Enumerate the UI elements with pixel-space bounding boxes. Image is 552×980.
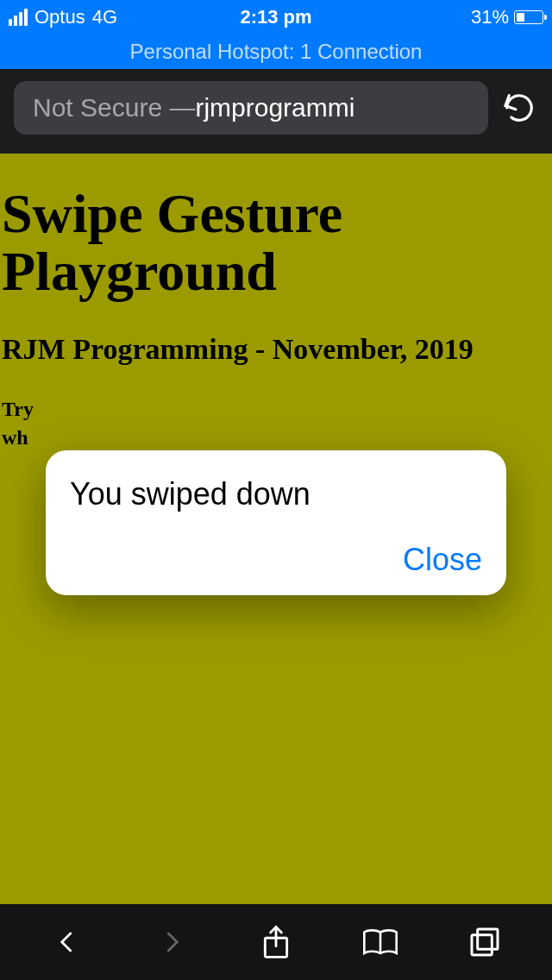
page-title: Swipe Gesture Playground [2,185,545,300]
tabs-button[interactable] [462,920,507,964]
signal-icon [9,9,28,26]
reload-icon [503,91,536,124]
alert-dialog: You swiped down Close [46,450,506,595]
url-host: rjmprogrammi [195,93,354,122]
network-label: 4G [92,6,117,28]
chevron-left-icon [54,923,80,961]
hotspot-banner[interactable]: Personal Hotspot: 1 Connection [0,35,552,69]
svg-rect-4 [472,935,492,955]
tabs-icon [467,925,502,959]
status-left: Optus 4G [9,6,117,28]
battery-percent: 31% [471,6,509,28]
chevron-right-icon [159,923,185,961]
safari-bottom-toolbar [0,904,552,980]
ios-status-bar: Optus 4G 2:13 pm 31% [0,0,552,35]
share-button[interactable] [254,920,298,964]
forward-button [149,920,194,964]
bookmarks-button[interactable] [358,920,403,964]
safari-address-bar-area: Not Secure — rjmprogrammi [0,69,552,154]
carrier-label: Optus [34,6,85,28]
share-icon [260,922,292,962]
book-icon [361,925,400,959]
hotspot-label: Personal Hotspot: 1 Connection [130,40,423,64]
not-secure-label: Not Secure — [33,93,195,122]
page-byline: RJM Programming - November, 2019 [2,333,545,366]
alert-close-button[interactable]: Close [403,542,482,578]
address-bar[interactable]: Not Secure — rjmprogrammi [14,81,488,135]
battery-icon [514,10,543,24]
alert-message: You swiped down [70,476,482,512]
status-right: 31% [471,6,543,28]
reload-button[interactable] [500,89,538,127]
page-instructions: Try wh [2,395,545,451]
back-button[interactable] [45,920,90,964]
clock-label: 2:13 pm [240,6,311,28]
svg-rect-3 [477,929,497,949]
